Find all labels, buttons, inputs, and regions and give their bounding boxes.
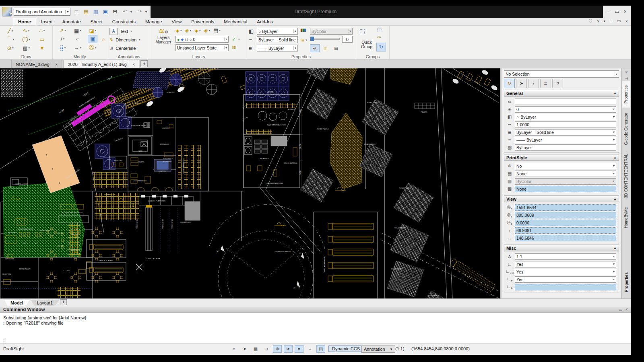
undo-icon[interactable]: ↶ [121, 8, 128, 16]
tab-powertools[interactable]: Powertools [186, 18, 219, 25]
command-close-icon[interactable]: × [625, 307, 628, 312]
section-header[interactable]: View▲ [504, 195, 619, 202]
power-trim-icon[interactable]: ☼ [101, 36, 106, 42]
circle-icon[interactable]: ⊙ [7, 45, 11, 51]
new-document-button[interactable]: + [140, 60, 148, 67]
polar-tracking-icon[interactable]: ⊕ [273, 345, 282, 353]
caret-icon[interactable]: ▾ [130, 30, 132, 33]
open-file-icon[interactable]: ▤ [82, 8, 90, 16]
sheet-tab-layout1[interactable]: Layout1 [31, 300, 59, 306]
polygon-icon[interactable]: ▼ [39, 45, 45, 51]
ribbon-minimize-icon[interactable]: – [610, 19, 612, 24]
help-icon[interactable]: ? [552, 79, 563, 88]
caret-icon[interactable]: ▾ [12, 46, 14, 49]
thickness-value-box[interactable]: 0 [342, 36, 353, 43]
line-style-field[interactable]: ByLayer Solid line▾ [515, 129, 616, 136]
chevron-down-icon[interactable]: ▾ [612, 115, 615, 119]
layer-sheet-icon[interactable]: ▤ [213, 27, 218, 33]
linestyle-list-icon[interactable]: ┉ [249, 37, 252, 43]
selection-window-icon[interactable]: ▫ [305, 345, 314, 353]
chevron-down-icon[interactable]: ▾ [612, 107, 615, 111]
command-window-text[interactable]: Substituting [arsimp.shx] for [Arial Nar… [0, 313, 631, 344]
collapse-icon[interactable]: ▲ [613, 197, 617, 201]
side-tab-g-code-generator[interactable]: G-code Generator [622, 109, 630, 149]
close-button[interactable]: × [624, 9, 627, 14]
caret-icon[interactable]: ▾ [238, 38, 240, 41]
blocks-icon[interactable]: ⣿ [60, 45, 64, 51]
side-tab-homebyme[interactable]: HomeByMe [622, 203, 630, 232]
snap-icon[interactable]: ⌖ [229, 345, 238, 353]
match-properties-icon[interactable]: ◧ [249, 28, 254, 34]
linetype-scale-field[interactable]: 1.0000 [515, 121, 616, 128]
tab-insert[interactable]: Insert [36, 18, 58, 25]
caret-icon[interactable]: ▾ [180, 29, 182, 32]
transparency-field[interactable]: ByLayer [515, 144, 616, 151]
redo-icon[interactable]: ↷ [136, 8, 143, 16]
width-field[interactable]: 148.6846 [515, 235, 616, 241]
pointer-icon[interactable]: ➤ [240, 345, 249, 353]
print-style-field[interactable]: No▾ [515, 163, 616, 169]
tab-add-ins[interactable]: Add-Ins [252, 18, 278, 25]
quick-group-icon[interactable]: ⬚ [359, 28, 365, 35]
trim-icon[interactable]: / [61, 36, 62, 42]
caret-icon[interactable]: ▾ [95, 29, 97, 32]
palette-pin-icon[interactable]: ⊤ [624, 76, 629, 80]
layer-freeze-icon[interactable]: ◈ [185, 27, 189, 33]
document-tab[interactable]: 2020 - Industry A_edit (1).dwg× [63, 60, 139, 68]
caret-icon[interactable]: ▾ [209, 29, 211, 32]
undo-caret-icon[interactable]: ▾ [130, 10, 134, 14]
chevron-down-icon[interactable]: ▾ [612, 278, 615, 281]
tab-constraints[interactable]: Constraints [107, 18, 140, 25]
select-window-icon[interactable]: ▫ [528, 79, 539, 88]
text-button[interactable]: Text [120, 29, 128, 34]
hatch-icon[interactable]: ▨ [23, 45, 27, 51]
center-x-field[interactable]: 1591.6544 [515, 204, 616, 211]
ribbon-restore-icon[interactable]: ▭ [617, 19, 621, 24]
group-edit-icon[interactable]: ✑ [377, 35, 381, 40]
edit-annotation-icon[interactable]: Ⓐ [89, 44, 94, 51]
new-file-icon[interactable]: □ [72, 8, 80, 16]
close-icon[interactable]: × [55, 62, 58, 67]
collapse-icon[interactable]: ▲ [613, 156, 617, 159]
caret-icon[interactable]: ▾ [80, 46, 82, 49]
select-entities-icon[interactable]: ↻ [504, 79, 515, 88]
layer-lock-icon[interactable]: ◈ [194, 27, 198, 33]
join-icon[interactable]: → [74, 45, 79, 51]
tab-view[interactable]: View [167, 18, 187, 25]
chevron-down-icon[interactable]: ▾ [612, 172, 615, 175]
chevron-down-icon[interactable]: ▾ [612, 138, 615, 142]
height-field[interactable]: 66.9081 [515, 227, 616, 234]
command-restore-icon[interactable]: ▭ [619, 307, 622, 312]
annotation-scale-dropdown[interactable]: Annotation ▼ [361, 346, 395, 353]
selection-dropdown[interactable]: No Selection ▾ [504, 70, 619, 78]
save-icon[interactable]: ▣ [101, 8, 109, 16]
ellipse-icon[interactable]: ◯ [22, 36, 28, 42]
layers-manager-button[interactable]: ≋⚙ Layers Manager [153, 27, 174, 44]
entity-track-icon[interactable]: ≡ [295, 345, 303, 353]
active-layer-dropdown[interactable]: ● ◆ ⊔ ○ 0 ▾ [175, 36, 229, 43]
collapse-icon[interactable]: ▲ [613, 246, 617, 250]
restore-button[interactable]: ▭ [615, 9, 619, 14]
caret-icon[interactable]: ▾ [190, 29, 192, 32]
fillet-icon[interactable]: ⌐ [76, 36, 79, 42]
group-delete-icon[interactable]: ⬚ [377, 27, 382, 33]
print-icon[interactable]: ⊟ [111, 8, 119, 16]
ribbon-close-icon[interactable]: × [625, 19, 628, 24]
layer-search-icon[interactable]: ◈ [204, 27, 208, 33]
caret-icon[interactable]: ▾ [12, 29, 13, 33]
chevron-down-icon[interactable]: ▾ [612, 255, 615, 258]
erase-icon[interactable]: ◪ [89, 28, 94, 34]
centerline-button[interactable]: Centerline [116, 46, 136, 51]
dynamic-ccs-button[interactable]: Dynamic CCS [328, 346, 363, 352]
caret-icon[interactable]: ▾ [29, 38, 31, 41]
rectangle-icon[interactable]: ▭ [39, 36, 44, 42]
caret-icon[interactable]: ▾ [80, 29, 81, 32]
print-table-type-field[interactable]: ByColor▾ [515, 178, 616, 185]
tab-mechanical[interactable]: Mechanical [219, 18, 252, 25]
caret-icon[interactable]: ▾ [139, 38, 140, 41]
help-icon[interactable]: ? [597, 19, 599, 24]
layer-on-icon[interactable]: ◈ [175, 27, 180, 33]
caret-icon[interactable]: ▾ [95, 46, 97, 49]
help-caret-icon[interactable]: ▾ [604, 19, 605, 23]
tab-home[interactable]: Home [13, 18, 36, 25]
